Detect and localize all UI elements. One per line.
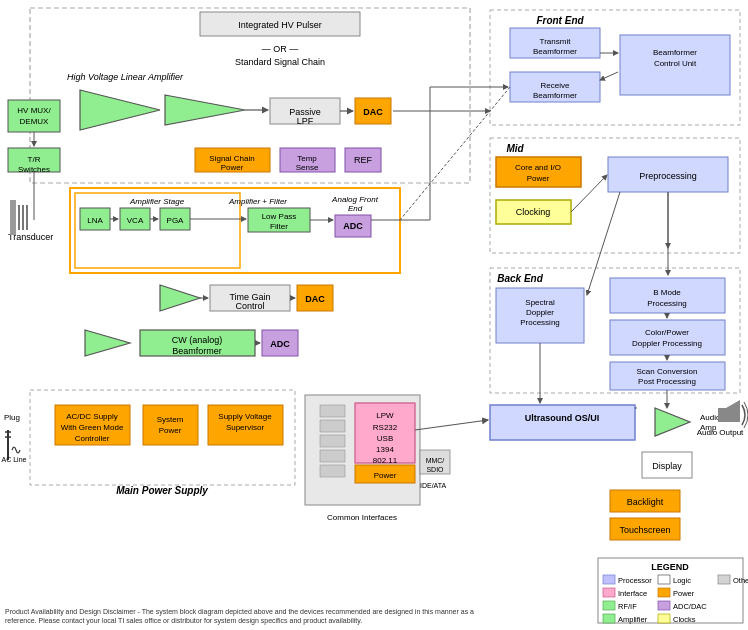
disclaimer-text: Product Availability and Design Disclaim… [5, 607, 505, 625]
svg-text:Standard Signal Chain: Standard Signal Chain [235, 57, 325, 67]
svg-text:Logic: Logic [673, 576, 691, 585]
svg-text:Main Power Supply: Main Power Supply [116, 485, 208, 496]
svg-text:Analog Front: Analog Front [331, 195, 379, 204]
svg-rect-16 [8, 100, 60, 132]
svg-text:IDE/ATA: IDE/ATA [420, 482, 447, 489]
svg-rect-24 [18, 205, 20, 230]
svg-text:Post Processing: Post Processing [638, 377, 696, 386]
svg-text:Ultrasound OS/UI: Ultrasound OS/UI [525, 413, 600, 423]
svg-text:ADC: ADC [343, 221, 363, 231]
svg-text:Common Interfaces: Common Interfaces [327, 513, 397, 522]
svg-text:Amplifier Stage: Amplifier Stage [129, 197, 185, 206]
svg-text:DAC: DAC [363, 107, 383, 117]
svg-rect-190 [658, 601, 670, 610]
svg-text:Supply Voltage: Supply Voltage [218, 412, 272, 421]
svg-text:Power: Power [221, 163, 244, 172]
svg-rect-180 [603, 588, 615, 597]
svg-text:Processing: Processing [520, 318, 560, 327]
svg-text:Power: Power [527, 174, 550, 183]
svg-rect-25 [22, 205, 24, 230]
svg-rect-23 [10, 200, 16, 235]
svg-text:AC/DC Supply: AC/DC Supply [66, 412, 118, 421]
svg-rect-151 [143, 405, 198, 445]
svg-text:Amplifier + Filter: Amplifier + Filter [228, 197, 287, 206]
svg-text:Front End: Front End [536, 15, 584, 26]
svg-text:Doppler Processing: Doppler Processing [632, 339, 702, 348]
svg-text:Processing: Processing [647, 299, 687, 308]
svg-text:Low Pass: Low Pass [262, 212, 297, 221]
svg-text:Color/Power: Color/Power [645, 328, 689, 337]
svg-text:Plug: Plug [4, 413, 20, 422]
svg-text:LPF: LPF [297, 116, 314, 126]
svg-text:SDIO: SDIO [426, 466, 444, 473]
svg-text:Other: Other [733, 576, 748, 585]
svg-text:HV MUX/: HV MUX/ [17, 106, 51, 115]
diagram-container: Integrated HV Pulser — OR — Standard Sig… [0, 0, 748, 630]
svg-text:REF: REF [354, 155, 373, 165]
svg-text:Interface: Interface [618, 589, 647, 598]
svg-text:— OR —: — OR — [262, 44, 299, 54]
svg-text:DEMUX: DEMUX [20, 117, 50, 126]
svg-text:Preprocessing: Preprocessing [639, 171, 697, 181]
svg-text:Beamformer: Beamformer [533, 47, 577, 56]
svg-text:Core and I/O: Core and I/O [515, 163, 561, 172]
svg-text:Integrated HV Pulser: Integrated HV Pulser [238, 20, 322, 30]
svg-text:System: System [157, 415, 184, 424]
svg-text:Spectral: Spectral [525, 298, 555, 307]
svg-rect-127 [320, 405, 345, 417]
svg-text:Filter: Filter [270, 222, 288, 231]
svg-text:Clocks: Clocks [673, 615, 696, 624]
svg-text:High Voltage Linear Amplifier: High Voltage Linear Amplifier [67, 72, 184, 82]
svg-rect-131 [320, 465, 345, 477]
svg-text:T/R: T/R [28, 155, 41, 164]
svg-text:With Green Mode: With Green Mode [61, 423, 124, 432]
svg-text:Clocking: Clocking [516, 207, 551, 217]
svg-text:Audio: Audio [700, 413, 721, 422]
svg-text:RS232: RS232 [373, 423, 398, 432]
svg-text:802.11: 802.11 [373, 456, 398, 465]
svg-rect-184 [603, 614, 615, 623]
svg-text:Transmit: Transmit [540, 37, 572, 46]
svg-text:Back End: Back End [497, 273, 543, 284]
svg-text:Display: Display [652, 461, 682, 471]
svg-rect-128 [320, 420, 345, 432]
svg-rect-129 [320, 435, 345, 447]
svg-rect-103 [610, 320, 725, 355]
svg-rect-194 [718, 575, 730, 584]
svg-text:Receive: Receive [541, 81, 570, 90]
svg-text:Control Unit: Control Unit [654, 59, 697, 68]
svg-text:Scan Conversion: Scan Conversion [637, 367, 698, 376]
svg-text:Temp: Temp [297, 154, 317, 163]
svg-text:LEGEND: LEGEND [651, 562, 689, 572]
svg-text:Beamformer: Beamformer [653, 48, 697, 57]
svg-rect-178 [603, 575, 615, 584]
svg-text:CW (analog): CW (analog) [172, 335, 223, 345]
block-diagram-svg: Integrated HV Pulser — OR — Standard Sig… [0, 0, 748, 630]
svg-text:Audio Output: Audio Output [697, 428, 744, 437]
svg-text:DAC: DAC [305, 294, 325, 304]
svg-text:LNA: LNA [87, 216, 103, 225]
svg-text:ADC: ADC [270, 339, 290, 349]
svg-text:Beamformer: Beamformer [533, 91, 577, 100]
svg-text:Backlight: Backlight [627, 497, 664, 507]
svg-text:LPW: LPW [376, 411, 394, 420]
svg-text:Control: Control [235, 301, 264, 311]
svg-text:B Mode: B Mode [653, 288, 681, 297]
svg-text:Controller: Controller [75, 434, 110, 443]
svg-text:Signal Chain: Signal Chain [209, 154, 254, 163]
svg-rect-186 [658, 575, 670, 584]
svg-rect-192 [658, 614, 670, 623]
svg-rect-182 [603, 601, 615, 610]
svg-rect-116 [718, 408, 726, 422]
svg-text:Processor: Processor [618, 576, 652, 585]
svg-rect-130 [320, 450, 345, 462]
svg-text:1394: 1394 [376, 445, 394, 454]
svg-text:End: End [348, 204, 363, 213]
svg-text:Power: Power [374, 471, 397, 480]
svg-text:Amplifier: Amplifier [618, 615, 648, 624]
svg-text:MMC/: MMC/ [426, 457, 445, 464]
svg-text:Doppler: Doppler [526, 308, 554, 317]
svg-rect-26 [26, 205, 28, 230]
svg-text:Mid: Mid [506, 143, 524, 154]
svg-text:PGA: PGA [167, 216, 185, 225]
